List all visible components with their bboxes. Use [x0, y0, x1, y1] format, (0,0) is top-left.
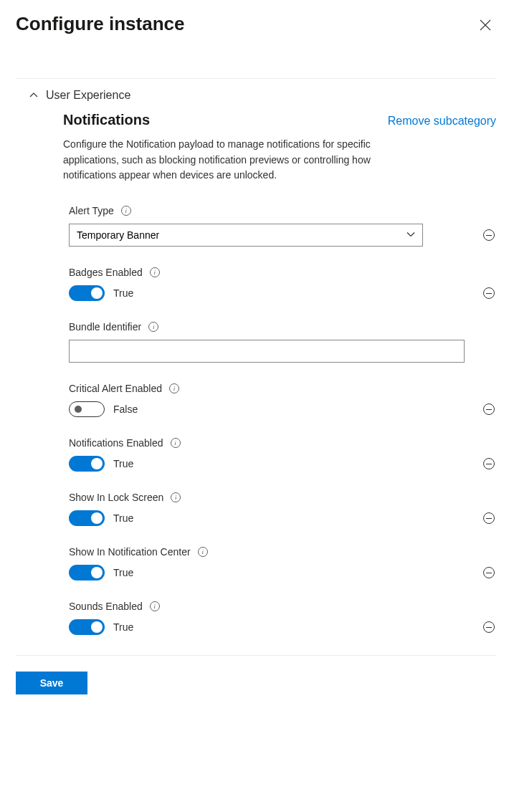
bundle-identifier-input[interactable]	[69, 340, 465, 363]
category-row[interactable]: User Experience	[16, 79, 496, 112]
remove-icon	[483, 567, 495, 578]
field-label: Critical Alert Enabled	[69, 383, 162, 394]
info-icon[interactable]	[150, 601, 160, 611]
field-badges-enabled: Badges Enabled True	[69, 267, 496, 301]
remove-icon	[483, 621, 495, 633]
info-icon[interactable]	[171, 438, 181, 448]
remove-setting-button[interactable]	[482, 511, 496, 525]
remove-setting-button[interactable]	[482, 565, 496, 580]
badges-enabled-toggle[interactable]	[69, 285, 105, 301]
remove-icon	[483, 287, 495, 299]
remove-icon	[483, 458, 495, 469]
close-button[interactable]	[475, 14, 496, 38]
toggle-value: True	[113, 458, 133, 469]
remove-setting-button[interactable]	[482, 286, 496, 300]
info-icon[interactable]	[150, 267, 160, 277]
info-icon[interactable]	[169, 383, 179, 393]
info-icon[interactable]	[121, 206, 131, 216]
remove-subcategory-button[interactable]: Remove subcategory	[388, 112, 496, 128]
field-alert-type: Alert Type Temporary Banner	[69, 205, 496, 247]
field-notifications-enabled: Notifications Enabled True	[69, 437, 496, 472]
remove-icon	[483, 229, 495, 241]
notifications-enabled-toggle[interactable]	[69, 456, 105, 472]
info-icon[interactable]	[148, 322, 158, 332]
field-label: Alert Type	[69, 205, 114, 216]
alert-type-select[interactable]: Temporary Banner	[69, 224, 423, 247]
remove-setting-button[interactable]	[482, 620, 496, 634]
critical-alert-toggle[interactable]	[69, 401, 105, 417]
remove-icon	[483, 403, 495, 415]
remove-setting-button[interactable]	[482, 457, 496, 471]
category-label: User Experience	[46, 89, 130, 102]
field-critical-alert-enabled: Critical Alert Enabled False	[69, 383, 496, 417]
field-show-in-notification-center: Show In Notification Center True	[69, 546, 496, 581]
show-in-notification-center-toggle[interactable]	[69, 565, 105, 581]
info-icon[interactable]	[171, 492, 181, 502]
remove-setting-button[interactable]	[482, 228, 496, 242]
show-in-lock-screen-toggle[interactable]	[69, 510, 105, 526]
field-label: Badges Enabled	[69, 267, 143, 278]
field-label: Sounds Enabled	[69, 601, 143, 612]
subcategory-title: Notifications	[63, 112, 150, 128]
toggle-value: True	[113, 567, 133, 578]
chevron-up-icon	[29, 90, 39, 100]
subcategory-description: Configure the Notification payload to ma…	[63, 137, 407, 205]
toggle-value: True	[113, 512, 133, 524]
sounds-enabled-toggle[interactable]	[69, 619, 105, 635]
remove-setting-button[interactable]	[482, 402, 496, 416]
page-title: Configure instance	[16, 13, 184, 35]
field-label: Show In Lock Screen	[69, 492, 163, 503]
toggle-value: True	[113, 621, 133, 633]
info-icon[interactable]	[198, 547, 208, 557]
field-sounds-enabled: Sounds Enabled True	[69, 601, 496, 635]
remove-icon	[483, 512, 495, 524]
close-icon	[480, 19, 491, 31]
field-label: Show In Notification Center	[69, 546, 191, 558]
field-label: Notifications Enabled	[69, 437, 163, 449]
toggle-value: True	[113, 287, 133, 299]
field-label: Bundle Identifier	[69, 321, 141, 333]
field-show-in-lock-screen: Show In Lock Screen True	[69, 492, 496, 526]
toggle-value: False	[113, 403, 138, 415]
field-bundle-identifier: Bundle Identifier	[69, 321, 496, 363]
save-button[interactable]: Save	[16, 672, 87, 694]
